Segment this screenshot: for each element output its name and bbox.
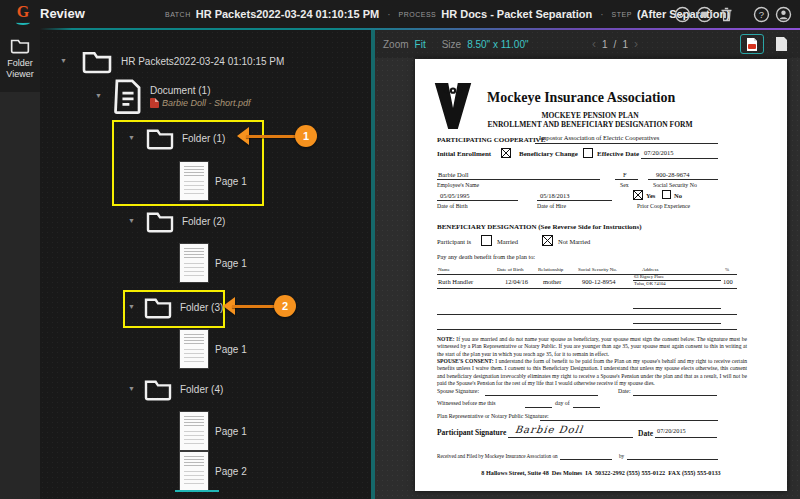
previous-page-icon[interactable]: [592, 37, 596, 51]
batch-value: HR Packets2022-03-24 01:10:15 PM: [196, 8, 379, 20]
participant-signature-label: Participant Signature: [437, 428, 506, 437]
logo-arc: [16, 20, 30, 25]
viewer-toolbar: Zoom Fit Size 8.50" x 11.00" 1 / 1: [375, 30, 800, 58]
tree-node-page[interactable]: Page 1: [180, 330, 247, 368]
document-label: Document (1): [150, 85, 251, 96]
col-dob: Date of Birth: [497, 267, 523, 272]
folder-icon: [10, 37, 30, 54]
col-name: Name: [438, 267, 450, 272]
expand-caret-icon[interactable]: [128, 216, 135, 226]
no-label: No: [674, 192, 682, 199]
help-icon[interactable]: ?: [753, 6, 770, 23]
callout-annotation-2: 2: [223, 295, 298, 317]
beneficiary-ssn: 900-12-8954: [582, 278, 616, 285]
beneficiary-percent: 100: [723, 278, 733, 285]
page-separator: /: [614, 39, 617, 50]
ssn-label: Social Security No: [653, 182, 697, 188]
callout-number-badge: 2: [274, 295, 296, 317]
participant-signature-value: Barbie Doll: [514, 424, 584, 435]
by-label: by: [619, 453, 624, 459]
step-label: STEP: [612, 11, 632, 18]
col-address: Address: [642, 267, 658, 272]
tree-node-root[interactable]: HR Packets2022-03-24 01:10:15 PM: [60, 48, 284, 74]
page-total: 1: [622, 39, 628, 50]
page-label: Page 2: [215, 466, 247, 477]
sidebar-item-folder-viewer[interactable]: Folder Viewer: [0, 30, 40, 92]
process-label: PROCESS: [399, 11, 437, 18]
zoom-fit-button[interactable]: Fit: [415, 39, 426, 50]
page-view-button[interactable]: [772, 34, 790, 54]
zoom-label: Zoom: [383, 39, 409, 50]
page-thumbnail[interactable]: [180, 244, 208, 282]
prior-no-checkbox: [662, 190, 671, 199]
tree-node-document[interactable]: Document (1) Barbie Doll - Short.pdf: [95, 78, 250, 114]
yes-label: Yes: [646, 192, 655, 199]
consent-paragraph: SPOUSE'S CONSENT: I understand the form …: [437, 358, 747, 388]
complete-task-icon[interactable]: [674, 6, 691, 23]
hire-label: Date of Hire: [537, 203, 566, 209]
day-of-label: day of: [555, 400, 570, 406]
grooper-logo[interactable]: G: [12, 3, 34, 25]
expand-caret-icon[interactable]: [95, 91, 102, 101]
callout-annotation-1: 1: [237, 125, 319, 147]
root-label: HR Packets2022-03-24 01:10:15 PM: [121, 56, 284, 67]
blank-page-icon: [775, 36, 788, 52]
not-married-checkbox: [542, 235, 553, 246]
effective-date-value: 07/20/2015: [644, 149, 674, 156]
document-filename: Barbie Doll - Short.pdf: [162, 98, 251, 108]
size-value[interactable]: 8.50" x 11.00": [467, 39, 528, 50]
consent-label: SPOUSE'S CONSENT:: [437, 358, 494, 364]
user-account-icon[interactable]: [775, 6, 792, 23]
delete-icon[interactable]: [718, 6, 735, 23]
next-page-icon[interactable]: [634, 37, 638, 51]
folder-viewer-label-line2: Viewer: [0, 69, 40, 80]
witnessed-label: Witnessed before me this: [437, 400, 496, 406]
pdf-view-button[interactable]: [740, 34, 764, 54]
tree-node-page[interactable]: Page 1: [180, 244, 247, 282]
notary-label: Plan Representative or Notary Public Sig…: [437, 413, 549, 419]
tree-node-page[interactable]: Page 2: [180, 452, 247, 490]
document-icon: [114, 78, 142, 114]
participant-is-label: Participant is: [437, 238, 471, 245]
pdf-icon: [745, 37, 759, 52]
page-thumbnail[interactable]: [180, 452, 208, 490]
participant-date-value: 07/20/2015: [657, 427, 686, 434]
page-label: Page 1: [215, 258, 247, 269]
effective-date-label: Effective Date: [597, 150, 639, 158]
stop-task-icon[interactable]: [696, 6, 713, 23]
beneficiary-heading: BENEFICIARY DESIGNATION (See Reverse Sid…: [437, 223, 642, 231]
tree-node-folder-2[interactable]: Folder (2): [128, 209, 225, 233]
page-current: 1: [602, 39, 608, 50]
form-company-title: Mockeye Insurance Association: [487, 90, 675, 106]
folder-label: Folder (2): [182, 216, 225, 227]
note-paragraph: NOTE: If you are married and do not name…: [437, 336, 747, 358]
expand-caret-icon[interactable]: [60, 56, 67, 66]
form-title: ENROLLMENT AND BENEFICIARY DESIGNATION F…: [475, 120, 705, 129]
folder-label: Folder (4): [180, 384, 223, 395]
separator-dot: ·: [387, 9, 390, 20]
size-label: Size: [442, 39, 461, 50]
folder-icon: [81, 48, 113, 74]
sex-value: F: [623, 171, 627, 178]
folder-icon: [143, 377, 173, 401]
tree-node-page[interactable]: Page 1: [180, 412, 247, 450]
not-married-label: Not Married: [558, 238, 590, 245]
page-thumbnail[interactable]: [180, 412, 208, 450]
beneficiary-address2: Tulsa, OK 74104: [634, 281, 666, 286]
beneficiary-name: Ruth Handler: [438, 278, 473, 285]
batch-tree-panel: HR Packets2022-03-24 01:10:15 PM Documen…: [40, 30, 371, 499]
batch-label: BATCH: [165, 11, 191, 18]
married-checkbox: [481, 235, 492, 246]
svg-text:?: ?: [759, 9, 764, 20]
document-viewer-panel: Zoom Fit Size 8.50" x 11.00" 1 / 1: [375, 30, 800, 499]
expand-caret-icon[interactable]: [128, 384, 135, 394]
tree-node-folder-4[interactable]: Folder (4): [128, 377, 223, 401]
employee-name-value: Barbie Doll: [438, 171, 469, 178]
page-thumbnail[interactable]: [180, 330, 208, 368]
form-footer-address: 8 Hallows Street, Suite 48 Des Moines IA…: [415, 469, 787, 476]
beneficiary-dob: 12/04/16: [505, 278, 528, 285]
coop-value: Impostor Association of Electric Coopera…: [539, 134, 659, 141]
beneficiary-relationship: mother: [543, 278, 561, 285]
viewer-canvas[interactable]: Mockeye Insurance Association MOCKEYE PE…: [375, 58, 800, 499]
initial-enrollment-label: Initial Enrollment: [437, 150, 491, 158]
